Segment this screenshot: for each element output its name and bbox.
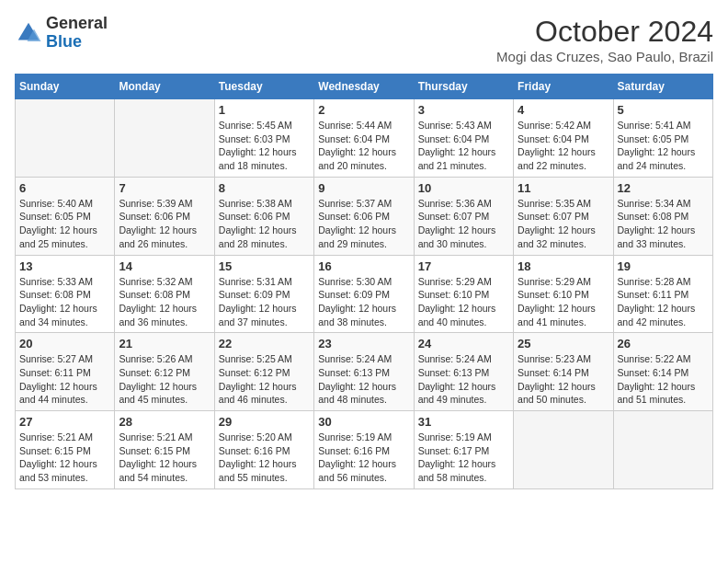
day-header-sunday: Sunday [16,75,115,99]
day-number: 2 [318,103,409,117]
day-number: 11 [518,181,609,195]
calendar-cell: 27Sunrise: 5:21 AMSunset: 6:15 PMDayligh… [16,411,115,489]
day-header-thursday: Thursday [414,75,513,99]
calendar-cell: 13Sunrise: 5:33 AMSunset: 6:08 PMDayligh… [16,255,115,333]
day-number: 13 [19,259,110,273]
day-number: 28 [119,415,210,429]
day-info: Sunrise: 5:27 AMSunset: 6:11 PMDaylight:… [19,352,110,407]
day-number: 24 [418,337,509,350]
calendar-cell: 8Sunrise: 5:38 AMSunset: 6:06 PMDaylight… [214,177,313,255]
calendar-cell: 28Sunrise: 5:21 AMSunset: 6:15 PMDayligh… [115,411,214,489]
day-number: 16 [318,259,409,273]
calendar-header-row: SundayMondayTuesdayWednesdayThursdayFrid… [16,75,713,99]
day-info: Sunrise: 5:21 AMSunset: 6:15 PMDaylight:… [19,431,110,485]
calendar-cell: 21Sunrise: 5:26 AMSunset: 6:12 PMDayligh… [115,333,214,411]
day-info: Sunrise: 5:22 AMSunset: 6:14 PMDaylight:… [618,352,709,407]
calendar-cell: 9Sunrise: 5:37 AMSunset: 6:06 PMDaylight… [314,177,414,255]
day-number: 9 [318,181,409,195]
calendar-cell: 16Sunrise: 5:30 AMSunset: 6:09 PMDayligh… [314,255,414,333]
calendar-cell [16,99,115,178]
day-info: Sunrise: 5:31 AMSunset: 6:09 PMDaylight:… [219,275,310,329]
day-number: 23 [318,337,409,350]
day-number: 10 [418,181,509,195]
day-info: Sunrise: 5:41 AMSunset: 6:05 PMDaylight:… [618,119,709,173]
day-info: Sunrise: 5:28 AMSunset: 6:11 PMDaylight:… [618,275,709,329]
day-header-saturday: Saturday [613,75,712,99]
day-header-monday: Monday [115,75,214,99]
day-header-friday: Friday [514,75,613,99]
day-info: Sunrise: 5:40 AMSunset: 6:05 PMDaylight:… [19,197,110,251]
calendar-week-row: 6Sunrise: 5:40 AMSunset: 6:05 PMDaylight… [16,177,713,255]
logo-text: General Blue [46,15,108,52]
day-number: 29 [219,415,310,429]
day-info: Sunrise: 5:45 AMSunset: 6:03 PMDaylight:… [219,119,310,173]
day-number: 14 [119,259,210,273]
calendar-cell [115,99,214,178]
calendar-cell: 17Sunrise: 5:29 AMSunset: 6:10 PMDayligh… [414,255,513,333]
day-number: 26 [618,337,709,350]
calendar-cell: 19Sunrise: 5:28 AMSunset: 6:11 PMDayligh… [613,255,712,333]
day-info: Sunrise: 5:33 AMSunset: 6:08 PMDaylight:… [19,275,110,329]
day-info: Sunrise: 5:19 AMSunset: 6:17 PMDaylight:… [418,431,509,485]
day-number: 7 [119,181,210,195]
day-number: 19 [618,259,709,273]
day-info: Sunrise: 5:39 AMSunset: 6:06 PMDaylight:… [119,197,210,251]
day-info: Sunrise: 5:29 AMSunset: 6:10 PMDaylight:… [418,275,509,329]
calendar-table: SundayMondayTuesdayWednesdayThursdayFrid… [15,74,713,489]
calendar-cell: 24Sunrise: 5:24 AMSunset: 6:13 PMDayligh… [414,333,513,411]
day-number: 20 [19,337,110,350]
logo: General Blue [15,15,108,52]
calendar-cell: 22Sunrise: 5:25 AMSunset: 6:12 PMDayligh… [214,333,313,411]
day-info: Sunrise: 5:42 AMSunset: 6:04 PMDaylight:… [518,119,609,173]
month-title: October 2024 [496,15,713,49]
calendar-cell: 11Sunrise: 5:35 AMSunset: 6:07 PMDayligh… [514,177,613,255]
calendar-cell: 26Sunrise: 5:22 AMSunset: 6:14 PMDayligh… [613,333,712,411]
day-info: Sunrise: 5:35 AMSunset: 6:07 PMDaylight:… [518,197,609,251]
day-number: 4 [518,103,609,117]
calendar-cell: 23Sunrise: 5:24 AMSunset: 6:13 PMDayligh… [314,333,414,411]
calendar-week-row: 27Sunrise: 5:21 AMSunset: 6:15 PMDayligh… [16,411,713,489]
day-header-tuesday: Tuesday [214,75,313,99]
calendar-cell [514,411,613,489]
calendar-cell: 20Sunrise: 5:27 AMSunset: 6:11 PMDayligh… [16,333,115,411]
day-number: 12 [618,181,709,195]
day-info: Sunrise: 5:20 AMSunset: 6:16 PMDaylight:… [219,431,310,485]
day-info: Sunrise: 5:23 AMSunset: 6:14 PMDaylight:… [518,352,609,407]
calendar-cell: 14Sunrise: 5:32 AMSunset: 6:08 PMDayligh… [115,255,214,333]
day-info: Sunrise: 5:24 AMSunset: 6:13 PMDaylight:… [318,352,409,407]
day-info: Sunrise: 5:24 AMSunset: 6:13 PMDaylight:… [418,352,509,407]
day-info: Sunrise: 5:25 AMSunset: 6:12 PMDaylight:… [219,352,310,407]
day-number: 21 [119,337,210,350]
calendar-cell: 5Sunrise: 5:41 AMSunset: 6:05 PMDaylight… [613,99,712,178]
day-number: 5 [618,103,709,117]
title-block: October 2024 Mogi das Cruzes, Sao Paulo,… [496,15,713,64]
day-number: 22 [219,337,310,350]
calendar-cell: 1Sunrise: 5:45 AMSunset: 6:03 PMDaylight… [214,99,313,178]
day-number: 8 [219,181,310,195]
day-number: 31 [418,415,509,429]
day-number: 18 [518,259,609,273]
day-number: 6 [19,181,110,195]
calendar-week-row: 1Sunrise: 5:45 AMSunset: 6:03 PMDaylight… [16,99,713,178]
day-header-wednesday: Wednesday [314,75,414,99]
calendar-cell: 6Sunrise: 5:40 AMSunset: 6:05 PMDaylight… [16,177,115,255]
day-number: 17 [418,259,509,273]
calendar-cell: 10Sunrise: 5:36 AMSunset: 6:07 PMDayligh… [414,177,513,255]
day-info: Sunrise: 5:38 AMSunset: 6:06 PMDaylight:… [219,197,310,251]
logo-icon [15,19,42,47]
day-number: 25 [518,337,609,350]
day-info: Sunrise: 5:34 AMSunset: 6:08 PMDaylight:… [618,197,709,251]
day-info: Sunrise: 5:26 AMSunset: 6:12 PMDaylight:… [119,352,210,407]
calendar-cell: 18Sunrise: 5:29 AMSunset: 6:10 PMDayligh… [514,255,613,333]
calendar-cell: 7Sunrise: 5:39 AMSunset: 6:06 PMDaylight… [115,177,214,255]
day-info: Sunrise: 5:19 AMSunset: 6:16 PMDaylight:… [318,431,409,485]
day-number: 1 [219,103,310,117]
calendar-week-row: 13Sunrise: 5:33 AMSunset: 6:08 PMDayligh… [16,255,713,333]
day-info: Sunrise: 5:29 AMSunset: 6:10 PMDaylight:… [518,275,609,329]
day-info: Sunrise: 5:30 AMSunset: 6:09 PMDaylight:… [318,275,409,329]
day-info: Sunrise: 5:36 AMSunset: 6:07 PMDaylight:… [418,197,509,251]
calendar-cell: 30Sunrise: 5:19 AMSunset: 6:16 PMDayligh… [314,411,414,489]
calendar-cell: 29Sunrise: 5:20 AMSunset: 6:16 PMDayligh… [214,411,313,489]
day-info: Sunrise: 5:21 AMSunset: 6:15 PMDaylight:… [119,431,210,485]
day-number: 15 [219,259,310,273]
